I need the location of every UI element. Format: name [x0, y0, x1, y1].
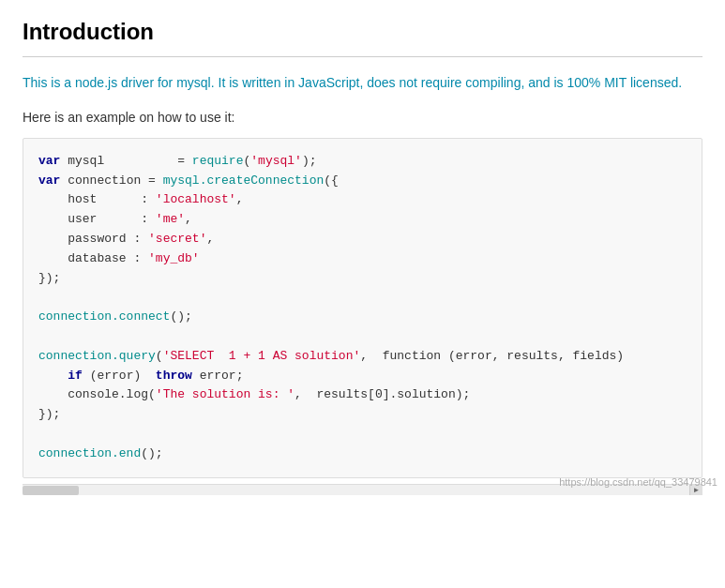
page-title: Introduction — [23, 19, 702, 57]
example-label: Here is an example on how to use it: — [23, 110, 702, 125]
page-container: Introduction This is a node.js driver fo… — [0, 0, 725, 495]
intro-paragraph: This is a node.js driver for mysql. It i… — [23, 72, 702, 95]
code-block: var mysql = require('mysql'); var connec… — [23, 138, 702, 478]
intro-text-content: This is a node.js driver for mysql. It i… — [23, 75, 682, 90]
scrollbar-thumb[interactable] — [23, 486, 79, 495]
watermark: https://blog.csdn.net/qq_33479841 — [559, 476, 717, 488]
